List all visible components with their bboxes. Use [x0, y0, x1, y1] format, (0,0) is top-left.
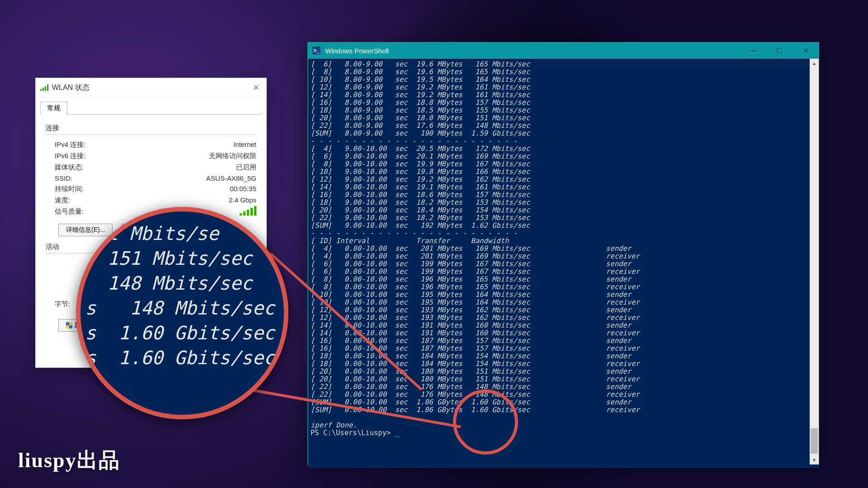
scroll-thumb[interactable] [811, 428, 818, 454]
magnifier-lens: .ul Mbits/se 151 Mbits/sec 148 Mbits/sec… [76, 207, 288, 419]
powershell-titlebar[interactable]: >_ Windows PowerShell — ☐ ✕ [308, 42, 819, 59]
ssid-value: ASUS-AX86_5G [206, 174, 256, 182]
signal-quality-label: 信号质量: [55, 207, 84, 217]
window-close-button[interactable]: ✕ [793, 42, 819, 59]
powershell-icon: >_ [312, 47, 321, 55]
close-icon[interactable]: × [250, 83, 262, 93]
powershell-title: Windows PowerShell [325, 47, 389, 55]
scrollbar[interactable]: ▲ ▼ [810, 59, 819, 465]
highlight-ring [453, 389, 518, 455]
ssid-label: SSID: [55, 174, 72, 182]
powershell-window: >_ Windows PowerShell — ☐ ✕ [ 6] 8.00-9.… [307, 42, 819, 465]
speed-value: 2.4 Gbps [229, 196, 256, 205]
wifi-signal-icon [40, 84, 48, 91]
speed-label: 速度: [55, 196, 70, 205]
bytes-label: 字节: [55, 300, 70, 309]
ipv4-label: IPv4 连接: [55, 141, 85, 149]
magnifier-content: .ul Mbits/se 151 Mbits/sec 148 Mbits/sec… [80, 211, 284, 371]
ipv4-value: Internet [233, 141, 256, 149]
details-button[interactable]: 详细信息(E)... [58, 224, 113, 236]
minimize-button[interactable]: — [740, 42, 766, 59]
ipv6-label: IPv6 连接: [55, 152, 85, 160]
watermark-text: liuspy出品 [18, 446, 120, 474]
tab-general[interactable]: 常规 [40, 102, 67, 115]
maximize-button[interactable]: ☐ [766, 42, 793, 59]
scroll-up-icon[interactable]: ▲ [810, 59, 819, 68]
duration-value: 00:05:35 [230, 185, 256, 193]
ipv6-value: 无网络访问权限 [209, 152, 256, 160]
wlan-titlebar[interactable]: WLAN 状态 × [36, 78, 266, 98]
section-connection: 连接 [46, 124, 256, 132]
scroll-down-icon[interactable]: ▼ [810, 455, 819, 465]
media-label: 媒体状态: [55, 163, 84, 172]
wlan-title: WLAN 状态 [52, 83, 90, 93]
media-value: 已启用 [236, 163, 256, 172]
duration-label: 持续时间: [55, 185, 84, 193]
shield-icon [66, 322, 72, 328]
terminal-output[interactable]: [ 6] 8.00-9.00 sec 19.6 MBytes 165 Mbits… [308, 59, 819, 468]
signal-bars-icon [240, 207, 256, 216]
